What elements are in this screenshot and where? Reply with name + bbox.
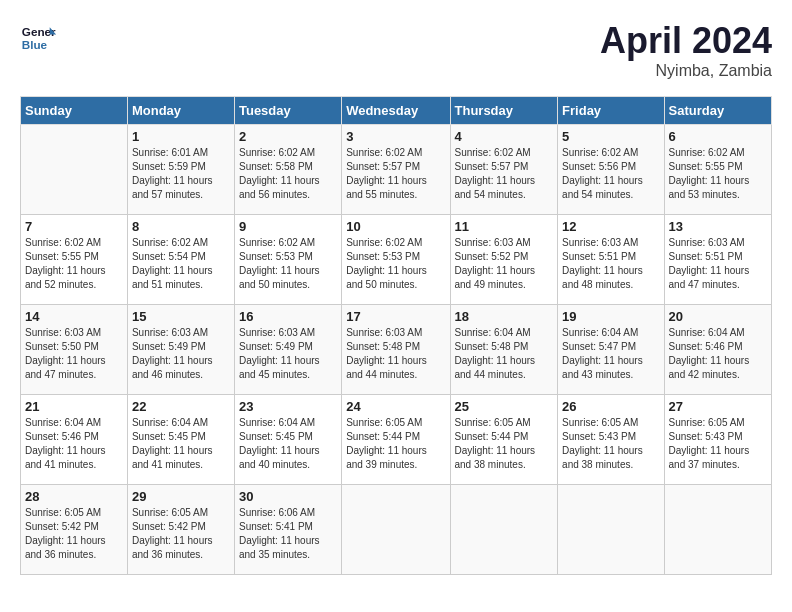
day-info: Sunrise: 6:05 AMSunset: 5:42 PMDaylight:… — [25, 506, 123, 562]
calendar-cell: 27Sunrise: 6:05 AMSunset: 5:43 PMDayligh… — [664, 395, 771, 485]
calendar-cell: 19Sunrise: 6:04 AMSunset: 5:47 PMDayligh… — [558, 305, 664, 395]
day-number: 4 — [455, 129, 554, 144]
calendar-cell: 29Sunrise: 6:05 AMSunset: 5:42 PMDayligh… — [127, 485, 234, 575]
calendar-cell: 25Sunrise: 6:05 AMSunset: 5:44 PMDayligh… — [450, 395, 558, 485]
calendar-week-row: 7Sunrise: 6:02 AMSunset: 5:55 PMDaylight… — [21, 215, 772, 305]
day-info: Sunrise: 6:02 AMSunset: 5:53 PMDaylight:… — [346, 236, 445, 292]
calendar-cell — [450, 485, 558, 575]
day-number: 21 — [25, 399, 123, 414]
day-number: 9 — [239, 219, 337, 234]
calendar-header-row: SundayMondayTuesdayWednesdayThursdayFrid… — [21, 97, 772, 125]
day-info: Sunrise: 6:02 AMSunset: 5:55 PMDaylight:… — [25, 236, 123, 292]
calendar-body: 1Sunrise: 6:01 AMSunset: 5:59 PMDaylight… — [21, 125, 772, 575]
calendar-week-row: 1Sunrise: 6:01 AMSunset: 5:59 PMDaylight… — [21, 125, 772, 215]
calendar-cell: 14Sunrise: 6:03 AMSunset: 5:50 PMDayligh… — [21, 305, 128, 395]
calendar-cell: 11Sunrise: 6:03 AMSunset: 5:52 PMDayligh… — [450, 215, 558, 305]
calendar-cell: 24Sunrise: 6:05 AMSunset: 5:44 PMDayligh… — [342, 395, 450, 485]
day-of-week-header: Thursday — [450, 97, 558, 125]
day-number: 27 — [669, 399, 767, 414]
day-number: 6 — [669, 129, 767, 144]
day-info: Sunrise: 6:04 AMSunset: 5:46 PMDaylight:… — [669, 326, 767, 382]
day-number: 10 — [346, 219, 445, 234]
day-number: 7 — [25, 219, 123, 234]
day-of-week-header: Wednesday — [342, 97, 450, 125]
day-info: Sunrise: 6:05 AMSunset: 5:42 PMDaylight:… — [132, 506, 230, 562]
day-info: Sunrise: 6:03 AMSunset: 5:51 PMDaylight:… — [562, 236, 659, 292]
calendar-cell: 21Sunrise: 6:04 AMSunset: 5:46 PMDayligh… — [21, 395, 128, 485]
day-info: Sunrise: 6:02 AMSunset: 5:53 PMDaylight:… — [239, 236, 337, 292]
calendar-cell: 23Sunrise: 6:04 AMSunset: 5:45 PMDayligh… — [234, 395, 341, 485]
day-info: Sunrise: 6:03 AMSunset: 5:49 PMDaylight:… — [239, 326, 337, 382]
calendar-cell: 3Sunrise: 6:02 AMSunset: 5:57 PMDaylight… — [342, 125, 450, 215]
calendar-cell — [558, 485, 664, 575]
page-header: General Blue April 2024 Nyimba, Zambia — [20, 20, 772, 80]
svg-text:Blue: Blue — [22, 38, 48, 51]
logo-icon: General Blue — [20, 20, 56, 56]
day-number: 15 — [132, 309, 230, 324]
calendar-cell: 28Sunrise: 6:05 AMSunset: 5:42 PMDayligh… — [21, 485, 128, 575]
calendar-cell: 9Sunrise: 6:02 AMSunset: 5:53 PMDaylight… — [234, 215, 341, 305]
calendar-cell: 10Sunrise: 6:02 AMSunset: 5:53 PMDayligh… — [342, 215, 450, 305]
calendar-cell: 7Sunrise: 6:02 AMSunset: 5:55 PMDaylight… — [21, 215, 128, 305]
day-number: 16 — [239, 309, 337, 324]
day-info: Sunrise: 6:02 AMSunset: 5:57 PMDaylight:… — [455, 146, 554, 202]
day-info: Sunrise: 6:03 AMSunset: 5:51 PMDaylight:… — [669, 236, 767, 292]
day-info: Sunrise: 6:04 AMSunset: 5:48 PMDaylight:… — [455, 326, 554, 382]
day-info: Sunrise: 6:01 AMSunset: 5:59 PMDaylight:… — [132, 146, 230, 202]
day-number: 19 — [562, 309, 659, 324]
day-number: 18 — [455, 309, 554, 324]
calendar-cell: 30Sunrise: 6:06 AMSunset: 5:41 PMDayligh… — [234, 485, 341, 575]
day-info: Sunrise: 6:02 AMSunset: 5:56 PMDaylight:… — [562, 146, 659, 202]
calendar-table: SundayMondayTuesdayWednesdayThursdayFrid… — [20, 96, 772, 575]
calendar-cell: 16Sunrise: 6:03 AMSunset: 5:49 PMDayligh… — [234, 305, 341, 395]
calendar-cell: 6Sunrise: 6:02 AMSunset: 5:55 PMDaylight… — [664, 125, 771, 215]
calendar-cell: 5Sunrise: 6:02 AMSunset: 5:56 PMDaylight… — [558, 125, 664, 215]
day-number: 20 — [669, 309, 767, 324]
day-number: 22 — [132, 399, 230, 414]
day-number: 11 — [455, 219, 554, 234]
day-number: 26 — [562, 399, 659, 414]
day-info: Sunrise: 6:02 AMSunset: 5:55 PMDaylight:… — [669, 146, 767, 202]
calendar-cell — [21, 125, 128, 215]
calendar-cell: 20Sunrise: 6:04 AMSunset: 5:46 PMDayligh… — [664, 305, 771, 395]
calendar-week-row: 14Sunrise: 6:03 AMSunset: 5:50 PMDayligh… — [21, 305, 772, 395]
calendar-cell: 15Sunrise: 6:03 AMSunset: 5:49 PMDayligh… — [127, 305, 234, 395]
calendar-subtitle: Nyimba, Zambia — [600, 62, 772, 80]
calendar-cell: 18Sunrise: 6:04 AMSunset: 5:48 PMDayligh… — [450, 305, 558, 395]
day-number: 14 — [25, 309, 123, 324]
day-number: 1 — [132, 129, 230, 144]
day-info: Sunrise: 6:04 AMSunset: 5:45 PMDaylight:… — [132, 416, 230, 472]
day-info: Sunrise: 6:02 AMSunset: 5:58 PMDaylight:… — [239, 146, 337, 202]
day-number: 13 — [669, 219, 767, 234]
day-info: Sunrise: 6:03 AMSunset: 5:48 PMDaylight:… — [346, 326, 445, 382]
calendar-cell: 13Sunrise: 6:03 AMSunset: 5:51 PMDayligh… — [664, 215, 771, 305]
day-number: 30 — [239, 489, 337, 504]
calendar-cell: 2Sunrise: 6:02 AMSunset: 5:58 PMDaylight… — [234, 125, 341, 215]
day-number: 24 — [346, 399, 445, 414]
calendar-week-row: 21Sunrise: 6:04 AMSunset: 5:46 PMDayligh… — [21, 395, 772, 485]
day-info: Sunrise: 6:05 AMSunset: 5:43 PMDaylight:… — [562, 416, 659, 472]
day-info: Sunrise: 6:02 AMSunset: 5:54 PMDaylight:… — [132, 236, 230, 292]
day-number: 2 — [239, 129, 337, 144]
logo: General Blue — [20, 20, 56, 56]
calendar-cell: 17Sunrise: 6:03 AMSunset: 5:48 PMDayligh… — [342, 305, 450, 395]
day-of-week-header: Monday — [127, 97, 234, 125]
calendar-cell: 4Sunrise: 6:02 AMSunset: 5:57 PMDaylight… — [450, 125, 558, 215]
day-number: 5 — [562, 129, 659, 144]
calendar-cell: 22Sunrise: 6:04 AMSunset: 5:45 PMDayligh… — [127, 395, 234, 485]
day-of-week-header: Sunday — [21, 97, 128, 125]
calendar-cell — [664, 485, 771, 575]
day-info: Sunrise: 6:03 AMSunset: 5:52 PMDaylight:… — [455, 236, 554, 292]
day-info: Sunrise: 6:04 AMSunset: 5:46 PMDaylight:… — [25, 416, 123, 472]
day-info: Sunrise: 6:04 AMSunset: 5:45 PMDaylight:… — [239, 416, 337, 472]
day-of-week-header: Saturday — [664, 97, 771, 125]
calendar-week-row: 28Sunrise: 6:05 AMSunset: 5:42 PMDayligh… — [21, 485, 772, 575]
day-info: Sunrise: 6:05 AMSunset: 5:44 PMDaylight:… — [346, 416, 445, 472]
day-number: 23 — [239, 399, 337, 414]
day-number: 28 — [25, 489, 123, 504]
day-info: Sunrise: 6:03 AMSunset: 5:50 PMDaylight:… — [25, 326, 123, 382]
day-info: Sunrise: 6:03 AMSunset: 5:49 PMDaylight:… — [132, 326, 230, 382]
calendar-cell: 12Sunrise: 6:03 AMSunset: 5:51 PMDayligh… — [558, 215, 664, 305]
day-info: Sunrise: 6:04 AMSunset: 5:47 PMDaylight:… — [562, 326, 659, 382]
day-number: 17 — [346, 309, 445, 324]
